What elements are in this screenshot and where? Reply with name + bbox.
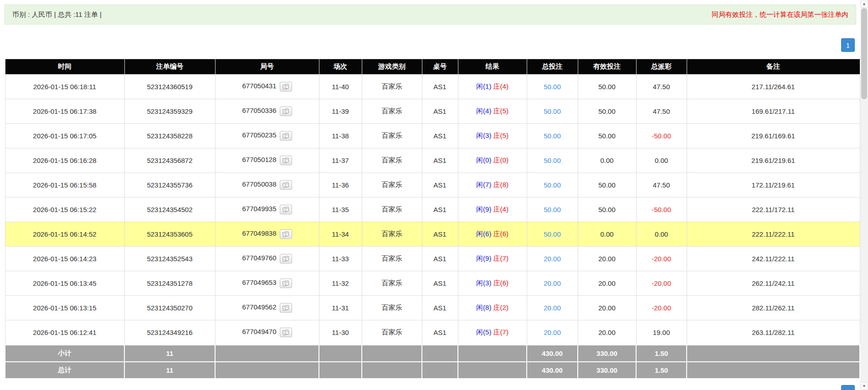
payout-cell: -20.00 <box>636 247 687 271</box>
remark-cell: 263.11/282.11 <box>687 320 860 345</box>
total-bet-value[interactable]: 50.00 <box>544 107 561 115</box>
cards-icon[interactable] <box>280 180 292 190</box>
table-no-cell: AS1 <box>422 198 458 222</box>
cards-icon[interactable] <box>280 106 292 116</box>
total-bet-value[interactable]: 20.00 <box>544 329 561 336</box>
payout-value: -20.00 <box>652 255 671 263</box>
payout-cell: 47.50 <box>636 75 687 99</box>
total-bet-value[interactable]: 50.00 <box>544 181 561 189</box>
total-bet-value[interactable]: 20.00 <box>544 304 561 312</box>
total-bet-cell: 50.00 <box>527 198 578 222</box>
payout-cell: -20.00 <box>636 296 687 320</box>
result-banker: 庄(2) <box>493 304 508 311</box>
column-header-payout: 总派彩 <box>636 59 687 75</box>
payout-cell: 47.50 <box>636 173 687 198</box>
round-number: 677049653 <box>242 279 276 286</box>
time-cell: 2026-01-15 06:15:58 <box>5 173 124 198</box>
total-bet-value[interactable]: 20.00 <box>544 255 561 263</box>
summary-row: 小计11430.00330.001.50 <box>5 345 860 362</box>
session-cell: 11-33 <box>319 247 362 271</box>
result-cell: 闲(6) 庄(6) <box>458 222 527 247</box>
cards-icon[interactable] <box>280 279 292 288</box>
table-row: 2026-01-15 06:15:22523124354502677049935… <box>5 198 860 222</box>
total-bet-value[interactable]: 50.00 <box>544 132 561 140</box>
pagination-page-1-bottom[interactable]: 1 <box>841 385 855 390</box>
scroll-up-icon[interactable]: ▲ <box>860 0 868 8</box>
cards-icon[interactable] <box>280 131 292 141</box>
vertical-scrollbar[interactable]: ▲ ▼ <box>860 0 868 390</box>
remark-cell: 222.11/222.11 <box>687 222 860 247</box>
column-header-time: 时间 <box>5 59 124 75</box>
payout-cell: 0.00 <box>636 148 687 173</box>
payout-value: 0.00 <box>655 157 668 164</box>
game-type-cell: 百家乐 <box>362 99 422 124</box>
table-header: 时间注单编号局号场次游戏类别桌号结果总投注有效投注总派彩备注 <box>5 59 860 75</box>
round-cell: 677050235 <box>215 124 319 148</box>
round-number: 677050235 <box>242 131 276 139</box>
bet-id-cell: 523124353605 <box>124 222 215 247</box>
game-type-cell: 百家乐 <box>362 173 422 198</box>
summary-bar: 币别 : 人民币 | 总共 :11 注单 | 同局有效投注，统一计算在该局第一张… <box>5 5 856 25</box>
time-cell: 2026-01-15 06:17:38 <box>5 99 124 124</box>
result-player: 闲(9) <box>476 254 491 262</box>
result-banker: 庄(8) <box>493 181 508 188</box>
total-bet-value[interactable]: 50.00 <box>544 230 561 238</box>
total-bet-cell: 50.00 <box>527 173 578 198</box>
table-no-cell: AS1 <box>422 99 458 124</box>
valid-bet-cell: 50.00 <box>578 75 636 99</box>
summary-empty-cell <box>422 362 458 379</box>
game-type-cell: 百家乐 <box>362 222 422 247</box>
total-bet-value[interactable]: 50.00 <box>544 206 561 213</box>
time-cell: 2026-01-15 06:13:45 <box>5 271 124 296</box>
payout-value: -50.00 <box>652 206 671 213</box>
header-row: 时间注单编号局号场次游戏类别桌号结果总投注有效投注总派彩备注 <box>5 59 860 75</box>
valid-bet-cell: 50.00 <box>578 124 636 148</box>
summary-empty-cell <box>362 345 422 362</box>
valid-bet-cell: 20.00 <box>578 271 636 296</box>
round-cell: 677049470 <box>215 320 319 345</box>
cards-icon[interactable] <box>280 328 292 337</box>
cards-icon[interactable] <box>280 82 292 91</box>
pagination-page-1[interactable]: 1 <box>841 38 855 52</box>
summary-empty-cell <box>458 362 527 379</box>
total-bet-cell: 50.00 <box>527 222 578 247</box>
round-number: 677050336 <box>242 106 276 114</box>
payout-cell: 0.00 <box>636 222 687 247</box>
valid-bet-cell: 20.00 <box>578 247 636 271</box>
session-cell: 11-31 <box>319 296 362 320</box>
cards-icon[interactable] <box>280 229 292 239</box>
total-bet-value[interactable]: 50.00 <box>544 83 561 91</box>
summary-payout: 1.50 <box>636 345 687 362</box>
time-cell: 2026-01-15 06:13:15 <box>5 296 124 320</box>
game-type-cell: 百家乐 <box>362 296 422 320</box>
currency-summary: 币别 : 人民币 | 总共 :11 注单 | <box>12 10 102 19</box>
table-no-cell: AS1 <box>422 271 458 296</box>
total-bet-cell: 20.00 <box>527 296 578 320</box>
result-banker: 庄(0) <box>493 156 508 164</box>
time-cell: 2026-01-15 06:12:41 <box>5 320 124 345</box>
table-no-cell: AS1 <box>422 148 458 173</box>
column-header-valid_bet: 有效投注 <box>578 59 636 75</box>
summary-count: 11 <box>124 362 215 379</box>
scroll-down-icon[interactable]: ▼ <box>860 382 868 390</box>
total-bet-value[interactable]: 50.00 <box>544 157 561 164</box>
summary-empty-cell <box>362 362 422 379</box>
cards-icon[interactable] <box>280 303 292 313</box>
table-row: 2026-01-15 06:17:38523124359329677050336… <box>5 99 860 124</box>
summary-row: 总计11430.00330.001.50 <box>5 362 860 379</box>
summary-count: 11 <box>124 345 215 362</box>
cards-icon[interactable] <box>280 156 292 165</box>
table-no-cell: AS1 <box>422 173 458 198</box>
summary-total-bet: 430.00 <box>527 345 578 362</box>
cards-icon[interactable] <box>280 254 292 263</box>
total-bet-value[interactable]: 20.00 <box>544 279 561 287</box>
table-row: 2026-01-15 06:13:15523124350270677049562… <box>5 296 860 320</box>
cards-icon[interactable] <box>280 205 292 214</box>
result-cell: 闲(9) 庄(4) <box>458 198 527 222</box>
result-banker: 庄(7) <box>493 328 508 336</box>
game-type-cell: 百家乐 <box>362 271 422 296</box>
scroll-thumb[interactable] <box>861 8 867 99</box>
bet-id-cell: 523124352543 <box>124 247 215 271</box>
column-header-table_no: 桌号 <box>422 59 458 75</box>
game-type-cell: 百家乐 <box>362 148 422 173</box>
